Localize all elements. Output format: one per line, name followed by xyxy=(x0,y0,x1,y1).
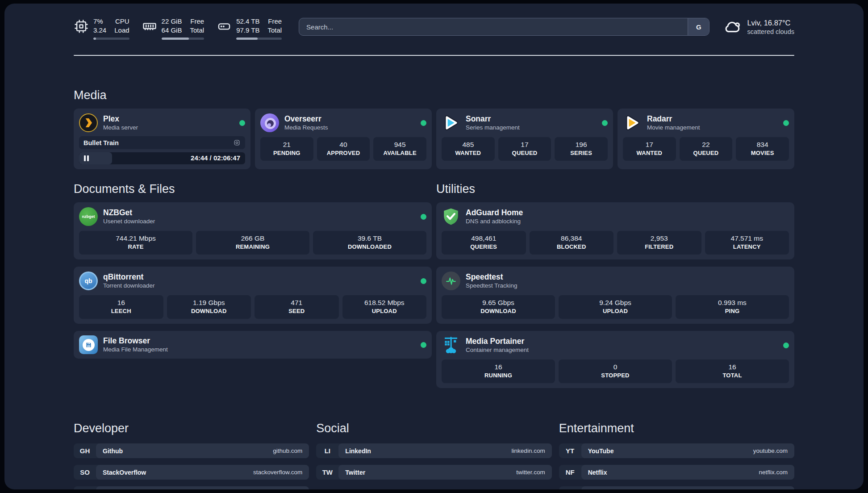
app-title: Media Portainer xyxy=(466,336,529,346)
app-subtitle: Speedtest Tracking xyxy=(466,282,517,290)
disk-free-value: 52.4 TB xyxy=(236,17,259,26)
media-grid: Plex Media server Bullet Train 24:44 / 0… xyxy=(74,109,794,169)
links-column-developer: Developer GH Githubgithub.com SO StackOv… xyxy=(74,421,309,489)
stat-seed: 471SEED xyxy=(255,295,339,319)
search-input[interactable] xyxy=(299,18,688,35)
link-twitter[interactable]: TW Twittertwitter.com xyxy=(316,465,551,480)
app-card-overseerr[interactable]: Overseerr Media Requests 21PENDING 40APP… xyxy=(255,109,432,169)
stat-download: 1.19 GbpsDOWNLOAD xyxy=(167,295,251,319)
section-title-utilities: Utilities xyxy=(436,182,794,196)
playback-progress-bar: 24:44 / 02:06:47 xyxy=(79,152,245,164)
link-youtube[interactable]: YT YouTubeyoutube.com xyxy=(559,443,794,458)
stat-remaining: 266 GBREMAINING xyxy=(196,231,309,255)
app-title: qBittorrent xyxy=(103,272,155,282)
app-subtitle: Usenet downloader xyxy=(103,217,155,226)
link-github[interactable]: GH Githubgithub.com xyxy=(74,443,309,458)
app-subtitle: DNS and adblocking xyxy=(466,217,523,226)
app-subtitle: Media server xyxy=(103,124,138,132)
status-dot xyxy=(421,120,426,126)
app-card-portainer[interactable]: Media Portainer Container management 16R… xyxy=(436,331,794,388)
search-engine-button[interactable]: G xyxy=(688,18,709,35)
app-card-plex[interactable]: Plex Media server Bullet Train 24:44 / 0… xyxy=(74,109,250,169)
section-title-developer: Developer xyxy=(74,421,309,435)
disk-progress-bar xyxy=(236,38,282,40)
app-title: Overseerr xyxy=(284,114,328,124)
nzbget-icon: nzbget xyxy=(79,207,98,226)
pause-icon[interactable] xyxy=(84,155,89,161)
cloud-icon xyxy=(723,18,742,37)
status-dot xyxy=(239,120,245,126)
app-card-adguard[interactable]: AdGuard Home DNS and adblocking 498,461Q… xyxy=(436,202,794,259)
ram-total-value: 64 GiB xyxy=(162,26,182,35)
stat-wanted: 17WANTED xyxy=(623,137,676,161)
ram-widget: 22 GiB 64 GiB Free Total xyxy=(142,17,204,40)
section-title-documents: Documents & Files xyxy=(74,182,432,196)
app-card-radarr[interactable]: Radarr Movie management 17WANTED 22QUEUE… xyxy=(618,109,794,169)
cpu-load-value: 3.24 xyxy=(93,26,106,35)
playback-time: 24:44 / 02:06:47 xyxy=(191,154,240,162)
utilities-column: Utilities AdGuard Home DNS and adblockin… xyxy=(436,182,794,395)
adguard-icon xyxy=(442,207,460,226)
plex-icon xyxy=(79,113,98,132)
stat-movies: 834MOVIES xyxy=(736,137,789,161)
stat-pending: 21PENDING xyxy=(260,137,313,161)
overseerr-icon xyxy=(260,113,279,132)
stat-running: 16RUNNING xyxy=(442,359,555,383)
ram-free-label: Free xyxy=(190,17,204,26)
disk-total-value: 97.9 TB xyxy=(236,26,259,35)
link-abbr: SO xyxy=(74,465,96,480)
app-title: Speedtest xyxy=(466,272,517,282)
links-column-social: Social LI LinkedInlinkedin.com TW Twitte… xyxy=(316,421,551,489)
disk-widget: 52.4 TB 97.9 TB Free Total xyxy=(217,17,282,40)
link-url: netflix.com xyxy=(759,469,788,476)
section-title-entertainment: Entertainment xyxy=(559,421,794,435)
stat-blocked: 86,384BLOCKED xyxy=(530,231,614,255)
app-title: File Browser xyxy=(103,336,168,346)
app-subtitle: Container management xyxy=(466,346,529,354)
app-subtitle: Torrent downloader xyxy=(103,282,155,290)
qbittorrent-icon: qb xyxy=(79,272,98,290)
now-playing-title: Bullet Train xyxy=(83,139,233,146)
stat-downloaded: 39.6 TBDOWNLOADED xyxy=(313,231,426,255)
link-abbr: TW xyxy=(316,465,338,480)
link-reddit[interactable]: RE Redditreddit.com xyxy=(559,486,794,489)
link-abbr: DT xyxy=(74,486,96,489)
top-bar: 7% 3.24 CPU Load xyxy=(74,17,794,40)
link-abbr: RE xyxy=(559,486,581,489)
status-dot xyxy=(783,343,789,348)
link-abbr: GH xyxy=(74,443,96,458)
app-subtitle: Movie management xyxy=(647,124,700,132)
link-dev[interactable]: DT DEVdev.to xyxy=(74,486,309,489)
status-dot xyxy=(421,214,426,220)
app-card-speedtest[interactable]: Speedtest Speedtest Tracking 9.65 GbpsDO… xyxy=(436,267,794,324)
stat-latency: 47.571 msLATENCY xyxy=(705,231,789,255)
link-linkedin[interactable]: LI LinkedInlinkedin.com xyxy=(316,443,551,458)
ram-total-label: Total xyxy=(190,26,204,35)
section-title-social: Social xyxy=(316,421,551,435)
radarr-icon xyxy=(623,113,642,132)
stat-filtered: 2,953FILTERED xyxy=(617,231,701,255)
sonarr-icon xyxy=(442,113,460,132)
cpu-widget: 7% 3.24 CPU Load xyxy=(74,17,129,40)
app-card-nzbget[interactable]: nzbget NZBGet Usenet downloader 744.21 M… xyxy=(74,202,432,259)
stat-rate: 744.21 MbpsRATE xyxy=(79,231,192,255)
stat-stopped: 0STOPPED xyxy=(559,359,672,383)
app-card-qbittorrent[interactable]: qb qBittorrent Torrent downloader 16LEEC… xyxy=(74,267,432,324)
stat-approved: 40APPROVED xyxy=(317,137,370,161)
topbar-divider xyxy=(74,55,794,56)
link-url: github.com xyxy=(273,447,302,454)
link-name: Twitter xyxy=(345,469,516,476)
link-stackoverflow[interactable]: SO StackOverflowstackoverflow.com xyxy=(74,465,309,480)
status-dot xyxy=(602,120,608,126)
stat-upload: 9.24 GbpsUPLOAD xyxy=(559,295,672,319)
app-title: Sonarr xyxy=(466,114,520,124)
stat-total: 16TOTAL xyxy=(676,359,789,383)
link-name: StackOverflow xyxy=(103,469,253,476)
app-title: Radarr xyxy=(647,114,700,124)
link-netflix[interactable]: NF Netflixnetflix.com xyxy=(559,465,794,480)
speedtest-icon xyxy=(442,272,460,290)
app-card-filebrowser[interactable]: File Browser Media File Management xyxy=(74,331,432,359)
app-card-sonarr[interactable]: Sonarr Series management 485WANTED 17QUE… xyxy=(436,109,613,169)
filebrowser-icon xyxy=(79,335,98,354)
session-screen-icon[interactable] xyxy=(233,139,241,146)
